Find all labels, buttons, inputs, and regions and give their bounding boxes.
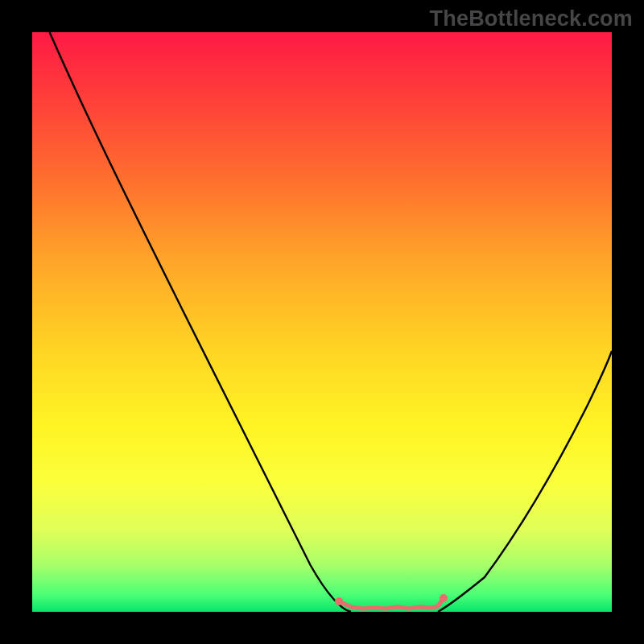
plot-area	[32, 32, 612, 612]
watermark-text: TheBottleneck.com	[430, 6, 633, 31]
bottom-fit	[32, 32, 612, 612]
bottom-fit-dot-start	[335, 597, 343, 605]
bottom-fit-dot-end	[440, 594, 448, 602]
bottom-fit-line	[339, 598, 444, 609]
chart-frame: TheBottleneck.com	[0, 0, 644, 644]
